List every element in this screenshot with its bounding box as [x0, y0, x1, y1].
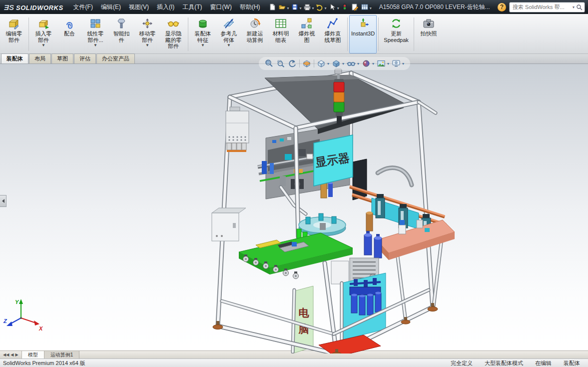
heads-up-view-toolbar: ▾ ▾ ▾ ▾ ▾ ▾ [259, 57, 410, 70]
dropdown-caret-icon[interactable]: ▾ [357, 62, 359, 66]
monitor-panel[interactable]: 显示器 [314, 135, 353, 186]
smart-fasteners-button[interactable]: 智能扣件 [108, 15, 134, 54]
status-editing-target: 装配体 [564, 360, 580, 367]
dropdown-caret-icon[interactable]: ▾ [402, 62, 404, 66]
dropdown-caret-icon[interactable]: ▾ [312, 6, 314, 10]
file-properties-icon[interactable] [350, 2, 360, 12]
command-manager-ribbon: 编辑零部件 插入零部件 ▼ 配合 线性零部件... ▼ 智能扣件 移动零部件 ▼ [0, 14, 588, 54]
reference-geometry-button[interactable]: 参考几何体 ▼ [216, 15, 242, 54]
button-label: 线性零部件... [86, 30, 105, 43]
select-icon[interactable] [327, 2, 337, 12]
dropdown-caret-icon[interactable]: ▾ [342, 62, 344, 66]
take-snapshot-button[interactable]: 拍快照 [416, 15, 442, 54]
menu-bar: 文件(F) 编辑(E) 视图(V) 插入(I) 工具(T) 窗口(W) 帮助(H… [69, 1, 264, 14]
dropdown-caret-icon[interactable]: ▾ [327, 62, 329, 66]
tab-layout[interactable]: 布局 [29, 54, 51, 64]
status-version: SolidWorks Premium 2014 x64 版 [3, 360, 85, 367]
search-icon[interactable] [576, 4, 583, 10]
exploded-view-button[interactable]: 爆炸视图 [294, 15, 320, 54]
previous-view-icon[interactable] [288, 59, 297, 68]
pump-assembly[interactable] [350, 278, 381, 315]
menu-insert[interactable]: 插入(I) [153, 1, 178, 14]
help-icon[interactable]: ? [498, 3, 506, 12]
model-canvas[interactable]: 显示器 [0, 64, 588, 354]
search-input[interactable] [512, 4, 571, 10]
update-speedpak-button[interactable]: 更新Speedpak [380, 15, 412, 54]
insert-component-icon [37, 16, 49, 30]
side-table[interactable] [377, 220, 455, 321]
menu-view[interactable]: 视图(V) [125, 1, 153, 14]
take-snapshot-icon [423, 16, 435, 30]
save-icon[interactable] [290, 2, 300, 12]
edit-appearance-icon[interactable] [362, 59, 371, 68]
display-style-icon[interactable] [332, 59, 341, 68]
view-settings-icon[interactable] [392, 59, 401, 68]
move-component-button[interactable]: 移动零部件 ▼ [134, 15, 160, 54]
bill-of-materials-button[interactable]: 材料明细表 [268, 15, 294, 54]
move-component-icon [141, 16, 153, 30]
dropdown-caret-icon[interactable]: ▾ [300, 6, 302, 10]
show-hidden-components-button[interactable]: 显示隐藏的零部件 [160, 15, 186, 54]
hide-show-items-icon[interactable] [347, 59, 356, 68]
control-box[interactable] [212, 208, 246, 241]
dropdown-caret-icon[interactable]: ▾ [325, 6, 327, 10]
exploded-view-icon [301, 16, 313, 30]
feed-cylinders[interactable] [364, 231, 382, 258]
button-label: 编辑零部件 [4, 30, 23, 43]
menu-window[interactable]: 窗口(W) [206, 1, 236, 14]
dropdown-caret-icon[interactable]: ▾ [372, 62, 374, 66]
logo-mark: ƎS [4, 3, 14, 12]
menu-edit[interactable]: 编辑(E) [97, 1, 125, 14]
tab-assembly[interactable]: 装配体 [1, 54, 28, 64]
instant3d-button[interactable]: Instant3D [349, 15, 377, 54]
dropdown-caret-icon[interactable]: ▾ [370, 6, 372, 10]
ribbon-separator [414, 18, 414, 51]
zoom-to-fit-icon[interactable] [265, 59, 274, 68]
side-panel-dark[interactable] [353, 159, 367, 200]
zoom-to-area-icon[interactable] [276, 59, 285, 68]
display-settings-icon[interactable] [360, 2, 370, 12]
triad-x-label: X [38, 326, 43, 332]
menu-file[interactable]: 文件(F) [69, 1, 97, 14]
insert-component-button[interactable]: 插入零部件 ▼ [30, 15, 56, 54]
new-motion-study-button[interactable]: 新建运动算例 [242, 15, 268, 54]
dropdown-caret-icon[interactable]: ▾ [337, 6, 339, 10]
print-icon[interactable] [302, 2, 312, 12]
button-label: 拍快照 [421, 30, 437, 37]
open-icon[interactable] [277, 2, 287, 12]
electrical-box[interactable] [226, 107, 249, 152]
assembly-features-icon [197, 16, 209, 30]
section-view-icon[interactable] [302, 59, 311, 68]
show-hidden-components-icon [167, 16, 179, 30]
button-label: 新建运动算例 [245, 30, 264, 43]
menu-tools[interactable]: 工具(T) [178, 1, 206, 14]
new-document-icon[interactable] [267, 2, 277, 12]
dropdown-caret-icon: ▼ [201, 44, 205, 48]
menu-help[interactable]: 帮助(H) [236, 1, 264, 14]
search-box[interactable]: ▾ [509, 2, 585, 12]
view-orientation-icon[interactable] [317, 59, 326, 68]
dropdown-caret-icon: ▼ [227, 44, 231, 48]
instant3d-icon [357, 16, 369, 30]
front-post [296, 128, 298, 237]
graphics-area[interactable]: 显示器 [0, 64, 588, 350]
edit-component-button[interactable]: 编辑零部件 [1, 15, 27, 54]
undo-icon[interactable] [315, 2, 325, 12]
status-editing: 在编辑 [535, 360, 552, 367]
explode-line-sketch-button[interactable]: 爆炸直线草图 [320, 15, 346, 54]
logo-word: SOLIDWORKS [16, 4, 63, 12]
tab-sketch[interactable]: 草图 [51, 54, 73, 64]
assembly-features-button[interactable]: 装配体特征 ▼ [190, 15, 216, 54]
search-dropdown-caret-icon[interactable]: ▾ [573, 5, 575, 10]
rebuild-icon[interactable] [340, 2, 350, 12]
mate-button[interactable]: 配合 [56, 15, 82, 54]
dropdown-caret-icon[interactable]: ▾ [287, 6, 289, 10]
panel-flyout-button[interactable] [0, 195, 6, 207]
dropdown-caret-icon[interactable]: ▾ [387, 62, 389, 66]
smart-fasteners-icon [115, 16, 127, 30]
tab-evaluate[interactable]: 评估 [74, 54, 96, 64]
linear-component-pattern-button[interactable]: 线性零部件... ▼ [82, 15, 108, 54]
tab-office-products[interactable]: 办公室产品 [96, 54, 135, 64]
apply-scene-icon[interactable] [377, 59, 386, 68]
button-label: 装配体特征 [193, 30, 212, 43]
